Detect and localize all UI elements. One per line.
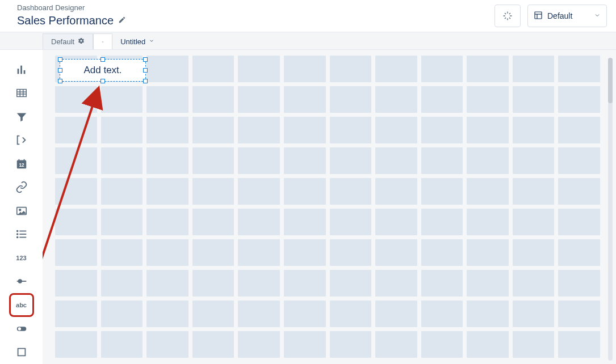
grid-cell[interactable] xyxy=(101,331,143,358)
grid-cell[interactable] xyxy=(55,147,97,174)
grid-cell[interactable] xyxy=(513,331,555,358)
grid-cell[interactable] xyxy=(192,209,234,235)
grid-cell[interactable] xyxy=(146,86,188,113)
grid-cell[interactable] xyxy=(192,56,234,82)
grid-cell[interactable] xyxy=(330,117,372,143)
grid-cell[interactable] xyxy=(101,270,143,297)
resize-handle[interactable] xyxy=(58,68,62,73)
slider-icon[interactable] xyxy=(9,270,34,294)
table-icon[interactable] xyxy=(9,82,34,105)
grid-cell[interactable] xyxy=(375,56,417,82)
grid-cell[interactable] xyxy=(421,239,463,266)
grid-cell[interactable] xyxy=(467,86,509,113)
chart-icon[interactable] xyxy=(9,58,34,82)
grid-cell[interactable] xyxy=(238,56,280,82)
grid-cell[interactable] xyxy=(146,300,188,327)
container-icon[interactable] xyxy=(9,341,34,364)
grid-cell[interactable] xyxy=(467,178,509,205)
add-tab-button[interactable] xyxy=(93,33,112,49)
grid-cell[interactable] xyxy=(238,270,280,297)
grid-cell[interactable] xyxy=(330,147,372,174)
grid-cell[interactable] xyxy=(284,239,326,266)
grid-cell[interactable] xyxy=(421,86,463,113)
resize-handle[interactable] xyxy=(143,68,148,73)
grid-cell[interactable] xyxy=(146,56,188,82)
resize-handle[interactable] xyxy=(58,79,62,83)
grid-cell[interactable] xyxy=(467,239,509,266)
grid-cell[interactable] xyxy=(192,239,234,266)
grid-cell[interactable] xyxy=(284,331,326,358)
grid-cell[interactable] xyxy=(421,147,463,174)
grid-cell[interactable] xyxy=(284,270,326,297)
grid-cell[interactable] xyxy=(238,117,280,143)
grid-cell[interactable] xyxy=(55,300,97,327)
canvas[interactable]: Add text. xyxy=(43,50,616,364)
grid-cell[interactable] xyxy=(558,147,600,174)
grid-cell[interactable] xyxy=(55,239,97,266)
grid-cell[interactable] xyxy=(558,86,600,113)
grid-cell[interactable] xyxy=(330,209,372,235)
grid-cell[interactable] xyxy=(146,147,188,174)
grid-cell[interactable] xyxy=(238,86,280,113)
grid-cell[interactable] xyxy=(330,300,372,327)
grid-cell[interactable] xyxy=(238,239,280,266)
grid-cell[interactable] xyxy=(375,117,417,143)
breadcrumb[interactable]: Dashboard Designer xyxy=(17,3,495,12)
grid-cell[interactable] xyxy=(284,178,326,205)
grid-cell[interactable] xyxy=(513,178,555,205)
grid-cell[interactable] xyxy=(375,300,417,327)
grid-cell[interactable] xyxy=(513,86,555,113)
sparkle-button[interactable] xyxy=(495,5,521,27)
filter-icon[interactable] xyxy=(9,105,34,129)
scrollbar-thumb[interactable] xyxy=(608,58,613,103)
grid-cell[interactable] xyxy=(558,56,600,82)
grid-cell[interactable] xyxy=(330,239,372,266)
grid-cell[interactable] xyxy=(467,209,509,235)
grid-cell[interactable] xyxy=(558,117,600,143)
tab-default[interactable]: Default xyxy=(43,33,93,49)
layout-select[interactable]: Default xyxy=(527,5,607,27)
grid-cell[interactable] xyxy=(330,178,372,205)
grid-cell[interactable] xyxy=(558,209,600,235)
grid-cell[interactable] xyxy=(192,270,234,297)
edit-title-icon[interactable] xyxy=(118,16,126,26)
grid-cell[interactable] xyxy=(513,56,555,82)
grid-cell[interactable] xyxy=(375,86,417,113)
grid-cell[interactable] xyxy=(330,86,372,113)
grid-cell[interactable] xyxy=(467,56,509,82)
grid-cell[interactable] xyxy=(330,56,372,82)
grid-cell[interactable] xyxy=(421,209,463,235)
grid-cell[interactable] xyxy=(330,270,372,297)
grid-cell[interactable] xyxy=(421,178,463,205)
grid-cell[interactable] xyxy=(146,239,188,266)
text-widget[interactable]: Add text. xyxy=(60,59,146,82)
link-icon[interactable] xyxy=(9,176,34,200)
grid-cell[interactable] xyxy=(101,178,143,205)
grid-cell[interactable] xyxy=(192,117,234,143)
grid-cell[interactable] xyxy=(55,178,97,205)
grid-cell[interactable] xyxy=(421,117,463,143)
grid-cell[interactable] xyxy=(146,117,188,143)
grid-cell[interactable] xyxy=(55,331,97,358)
image-icon[interactable] xyxy=(9,199,34,223)
grid-cell[interactable] xyxy=(421,300,463,327)
grid-cell[interactable] xyxy=(513,300,555,327)
resize-handle[interactable] xyxy=(100,57,105,62)
grid-cell[interactable] xyxy=(284,86,326,113)
toggle-icon[interactable] xyxy=(9,317,34,341)
number-icon[interactable]: 123 xyxy=(9,246,34,270)
grid-cell[interactable] xyxy=(238,300,280,327)
grid-cell[interactable] xyxy=(284,147,326,174)
grid-cell[interactable] xyxy=(284,117,326,143)
grid-cell[interactable] xyxy=(146,209,188,235)
grid-cell[interactable] xyxy=(146,270,188,297)
grid-cell[interactable] xyxy=(101,86,143,113)
grid-cell[interactable] xyxy=(192,300,234,327)
grid-cell[interactable] xyxy=(238,331,280,358)
grid-cell[interactable] xyxy=(192,178,234,205)
grid-cell[interactable] xyxy=(513,117,555,143)
grid-cell[interactable] xyxy=(55,209,97,235)
grid-cell[interactable] xyxy=(421,331,463,358)
grid-cell[interactable] xyxy=(558,178,600,205)
grid-cell[interactable] xyxy=(55,270,97,297)
